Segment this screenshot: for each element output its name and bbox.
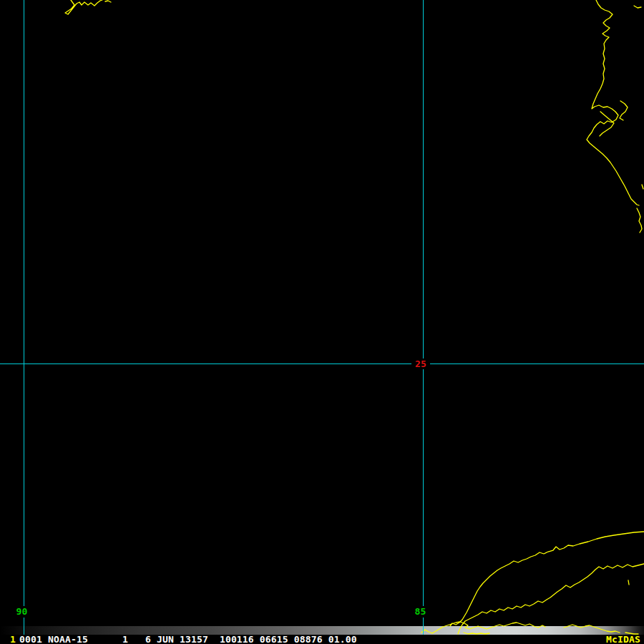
coastline-band-squiggle-west: [421, 622, 545, 633]
gridline-longitude-90w: [24, 0, 24, 635]
coastline-florida-panhandle: [65, 0, 102, 14]
coastline-band-fragment: [464, 633, 489, 634]
mcidas-frame: 25 90 85 1 0001 NOAA-15 1 6 JUN 13157 10…: [0, 0, 644, 644]
coastline-band-squiggle-mid: [564, 625, 620, 633]
coastline-panhandle-dash: [105, 1, 111, 2]
frame-number: 1: [10, 635, 16, 644]
coastline-cuba-inner: [458, 564, 644, 634]
mcidas-brand-label: McIDAS: [606, 635, 640, 644]
coastline-barrier-islands: [637, 208, 642, 233]
longitude-label-85: 85: [411, 606, 429, 618]
coastline-tampa-bay-spit: [620, 101, 628, 120]
coastline-cuba-dash: [628, 580, 629, 585]
coastline-cuba-north: [450, 532, 644, 626]
coastline-florida-ne-dash: [634, 6, 641, 8]
coastline-florida-west: [587, 0, 639, 205]
gridline-longitude-85w: [423, 0, 424, 635]
coastline-gulf-island-dash: [642, 185, 643, 189]
image-annotation-text: 0001 NOAA-15 1 6 JUN 13157 100116 06615 …: [19, 635, 357, 644]
longitude-label-90: 90: [13, 606, 31, 618]
coastline-tampa-bay-inner: [600, 112, 614, 136]
latitude-label-25: 25: [411, 358, 430, 369]
gridline-latitude-25n: [0, 364, 644, 364]
status-bar: 1 0001 NOAA-15 1 6 JUN 13157 100116 0661…: [0, 635, 644, 644]
coastline-overlay: [0, 0, 644, 644]
